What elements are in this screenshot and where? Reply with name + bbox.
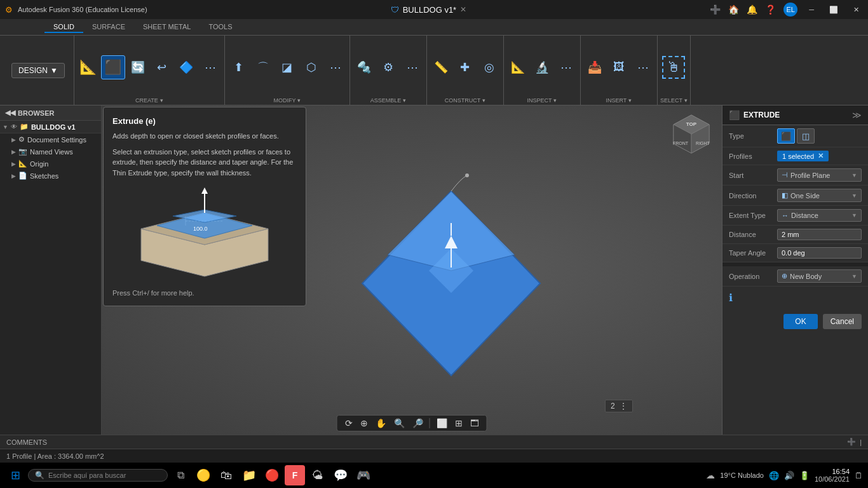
type-option-solid[interactable]: ⬛: [777, 128, 795, 144]
close-tab-icon[interactable]: ✕: [460, 5, 466, 14]
environment-button[interactable]: 🗔: [468, 417, 482, 430]
viewport[interactable]: Extrude (e) Adds depth to open or closed…: [102, 105, 722, 435]
taskbar-app-chrome[interactable]: 🟡: [193, 465, 214, 485]
browser-root-item[interactable]: ▼ 👁 📁 BULLDOG v1: [0, 121, 101, 133]
sweep-button[interactable]: ↩: [151, 56, 173, 79]
zoom-window-button[interactable]: 🔎: [410, 417, 426, 430]
extrude-operation-row: Operation ⊕ New Body ▼: [722, 266, 868, 287]
start-dropdown-content: ⊣ Profile Plane: [782, 171, 830, 179]
volume-icon[interactable]: 🔊: [784, 471, 794, 480]
insert-mcad-button[interactable]: 📥: [583, 56, 606, 79]
grid-button[interactable]: ⊞: [452, 417, 465, 430]
taskbar-app-game[interactable]: 🎮: [353, 465, 374, 485]
maximize-button[interactable]: ⬜: [825, 4, 842, 15]
add-tab-button[interactable]: ➕: [710, 4, 721, 15]
direction-dropdown[interactable]: ◧ One Side ▼: [777, 189, 862, 202]
tab-sheet-metal[interactable]: SHEET METAL: [134, 22, 200, 33]
more-assemble-button[interactable]: ⋯: [401, 56, 424, 79]
offset-plane-button[interactable]: 📏: [430, 56, 452, 79]
extrude-distance-row: Distance: [722, 226, 868, 244]
network-icon[interactable]: 🌐: [769, 471, 779, 480]
distance-input[interactable]: [777, 229, 862, 240]
interference-button[interactable]: 🔬: [531, 56, 553, 79]
browser-root-eye-icon[interactable]: 👁: [11, 123, 17, 130]
operation-icon: ⊕: [782, 272, 787, 280]
loft-button[interactable]: 🔷: [175, 56, 198, 79]
time-display: 16:54: [815, 468, 850, 475]
revolve-button[interactable]: 🔄: [126, 56, 149, 79]
pan-tool-button[interactable]: ⊕: [358, 417, 370, 430]
operation-dropdown[interactable]: ⊕ New Body ▼: [777, 269, 862, 283]
extrude-expand-button[interactable]: ≫: [852, 110, 862, 120]
taskbar-app-fusion[interactable]: 🔴: [262, 465, 282, 485]
assemble-button[interactable]: 🔩: [353, 56, 376, 79]
extrude-button[interactable]: ⬛: [101, 55, 125, 79]
selected-text: 1 selected: [782, 152, 814, 160]
clock[interactable]: 16:54 10/06/2021: [815, 468, 850, 483]
insert-image-button[interactable]: 🖼: [607, 56, 630, 79]
joint-button[interactable]: ⚙: [377, 56, 400, 79]
selected-badge[interactable]: 1 selected ✕: [777, 151, 829, 161]
cancel-button[interactable]: Cancel: [823, 314, 862, 329]
task-view-button[interactable]: ⧉: [170, 465, 191, 485]
home-button[interactable]: 🏠: [728, 4, 739, 15]
point-button[interactable]: ◎: [478, 56, 501, 79]
add-comment-button[interactable]: ➕: [847, 438, 856, 446]
navcube[interactable]: TOP FRONT RIGHT: [668, 112, 715, 159]
extent-type-dropdown[interactable]: ↔ Distance ▼: [777, 209, 862, 222]
axis-button[interactable]: ✚: [454, 56, 477, 79]
taper-input[interactable]: [777, 247, 862, 259]
more-insert-button[interactable]: ⋯: [632, 56, 654, 79]
zoom-more-icon[interactable]: ⋮: [620, 402, 627, 410]
hand-tool-button[interactable]: ✋: [373, 417, 389, 430]
taskbar-app-weather[interactable]: 🌤: [308, 465, 328, 485]
clear-profile-icon[interactable]: ✕: [818, 152, 824, 160]
ok-button[interactable]: OK: [783, 314, 817, 329]
start-button[interactable]: ⊞: [5, 465, 25, 485]
user-avatar[interactable]: EL: [783, 3, 797, 17]
create-sketch-button[interactable]: 📐: [77, 56, 100, 79]
start-dropdown[interactable]: ⊣ Profile Plane ▼: [777, 168, 862, 182]
close-button[interactable]: ✕: [850, 4, 863, 15]
notifications-button[interactable]: 🔔: [747, 4, 757, 15]
browser-item-sketches[interactable]: ▶ 📄 Sketches: [0, 170, 101, 182]
zoom-fit-button[interactable]: 🔍: [391, 417, 407, 430]
help-button[interactable]: ❓: [765, 4, 776, 15]
taskbar-search[interactable]: 🔍 Escribe aquí para buscar: [28, 469, 168, 482]
more-inspect-button[interactable]: ⋯: [555, 56, 578, 79]
select-button[interactable]: 🖱: [660, 54, 687, 81]
browser-item-named-views[interactable]: ▶ 📷 Named Views: [0, 146, 101, 158]
expand-comments-icon[interactable]: |: [860, 438, 862, 446]
press-pull-button[interactable]: ⬆: [227, 56, 250, 79]
browser-item-origin[interactable]: ▶ 📐 Origin: [0, 158, 101, 170]
named-views-arrow: ▶: [11, 149, 16, 155]
taskbar-app-f[interactable]: F: [285, 465, 305, 485]
taskbar-app-teams[interactable]: 💬: [330, 465, 351, 485]
extrude-panel-icon: ⬛: [729, 110, 740, 120]
browser-item-doc-settings[interactable]: ▶ ⚙ Document Settings: [0, 133, 101, 146]
svg-marker-5: [201, 187, 208, 194]
type-option-thin[interactable]: ◫: [797, 128, 815, 144]
taskbar-app-explorer[interactable]: 📁: [239, 465, 259, 485]
tooltip-line2: Select an extrusion type, select sketch …: [112, 147, 297, 179]
display-mode-button[interactable]: ⬜: [434, 417, 450, 430]
browser-collapse-icon[interactable]: ◀◀: [5, 109, 15, 117]
more-create-button[interactable]: ⋯: [199, 56, 222, 79]
chamfer-button[interactable]: ◪: [276, 56, 299, 79]
inspect-group-label: INSPECT ▾: [506, 96, 578, 105]
taskbar-app-store[interactable]: 🛍: [216, 465, 236, 485]
design-dropdown[interactable]: DESIGN ▼: [3, 36, 74, 105]
tab-solid[interactable]: SOLID: [44, 22, 83, 33]
notification-sidebar-button[interactable]: 🗒: [855, 471, 863, 480]
tab-surface[interactable]: SURFACE: [83, 22, 134, 33]
orbit-button[interactable]: ⟳: [342, 417, 355, 430]
minimize-button[interactable]: ─: [805, 4, 818, 15]
more-modify-button[interactable]: ⋯: [324, 56, 347, 79]
fillet-button[interactable]: ⌒: [252, 56, 275, 79]
comments-label[interactable]: COMMENTS: [6, 438, 47, 446]
measure-button[interactable]: 📐: [506, 56, 529, 79]
tab-tools[interactable]: TOOLS: [200, 22, 241, 33]
design-button[interactable]: DESIGN ▼: [11, 63, 65, 78]
design-dropdown-arrow: ▼: [50, 66, 58, 75]
shell-button[interactable]: ⬡: [300, 56, 323, 79]
